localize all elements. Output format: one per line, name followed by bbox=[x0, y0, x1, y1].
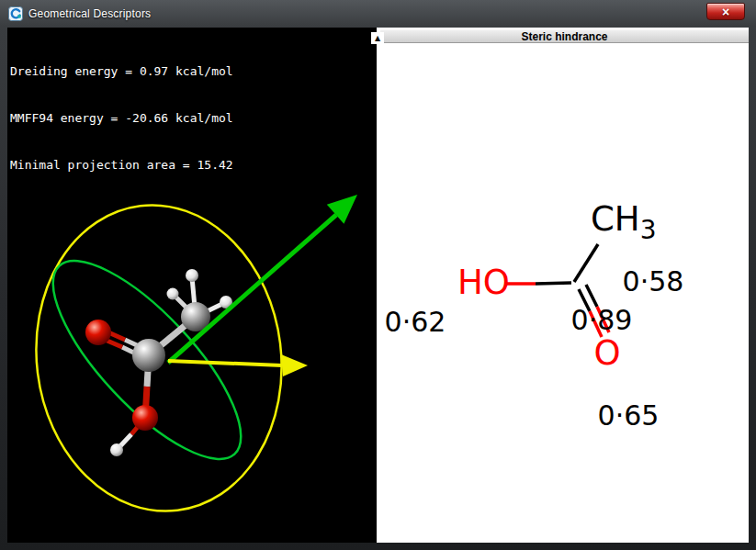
steric-value-carbonyl-o: 0·65 bbox=[598, 399, 660, 432]
hydrogen-atom bbox=[186, 269, 198, 282]
oxygen-atom bbox=[132, 405, 158, 431]
close-button[interactable]: × bbox=[706, 3, 745, 20]
app-window: Geometrical Descriptors × Dreiding energ… bbox=[0, 0, 756, 550]
carbonyl-o-label: O bbox=[593, 333, 620, 373]
hydrogen-atom bbox=[167, 288, 179, 300]
oxygen-atom bbox=[85, 320, 111, 345]
descriptor-line: Dreiding energy = 0.97 kcal/mol bbox=[10, 63, 370, 79]
scroll-up-button[interactable]: ▲ bbox=[371, 32, 384, 44]
steric-panel: Steric hindrance bbox=[380, 28, 749, 543]
methyl-label: CH3 bbox=[591, 199, 657, 245]
app-icon bbox=[8, 6, 23, 21]
descriptor-line: Minimal projection area = 15.42 bbox=[10, 157, 370, 173]
close-icon: × bbox=[722, 6, 729, 18]
hydroxyl-label: HO bbox=[457, 263, 510, 302]
hydrogen-atom bbox=[110, 443, 123, 456]
window-title: Geometrical Descriptors bbox=[28, 7, 151, 20]
steric-value-hydroxyl: 0·62 bbox=[385, 306, 446, 338]
window-content: Dreiding energy = 0.97 kcal/mol MMFF94 e… bbox=[7, 28, 749, 543]
methyl-symbol: CH bbox=[591, 199, 640, 239]
carbon-atom bbox=[132, 339, 165, 372]
steric-header: Steric hindrance bbox=[380, 29, 749, 43]
molecule-2d-canvas[interactable]: CH3 HO O 0·58 0·62 0·89 0·65 bbox=[380, 44, 749, 543]
title-bar[interactable]: Geometrical Descriptors × bbox=[0, 0, 756, 28]
methyl-subscript: 3 bbox=[640, 215, 657, 245]
steric-value-carboxyl: 0·89 bbox=[571, 304, 633, 336]
steric-value-methyl: 0·58 bbox=[623, 265, 684, 297]
scroll-up-icon: ▲ bbox=[375, 35, 380, 42]
descriptor-line: MMFF94 energy = -20.66 kcal/mol bbox=[10, 110, 370, 126]
molecule-3d-viewer[interactable] bbox=[7, 174, 377, 537]
descriptors-panel: Dreiding energy = 0.97 kcal/mol MMFF94 e… bbox=[7, 28, 377, 543]
